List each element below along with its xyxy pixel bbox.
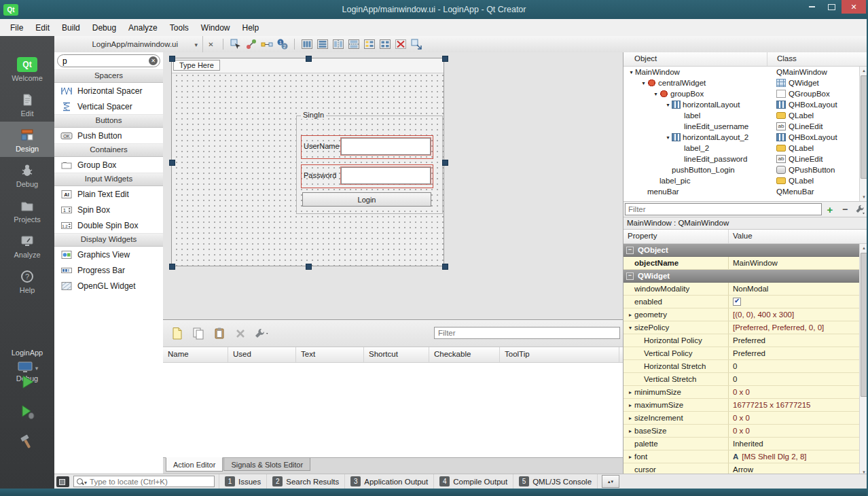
widget-opengl-widget[interactable]: OpenGL Widget: [54, 278, 163, 294]
collapse-section-icon[interactable]: [626, 247, 634, 254]
expand-arrow-icon[interactable]: [626, 415, 634, 421]
widget-plain-text-edit[interactable]: AI Plain Text Edit: [54, 186, 163, 202]
column-tooltip[interactable]: ToolTip: [500, 347, 619, 362]
layout-horizontally-icon[interactable]: [300, 38, 314, 51]
property-row-vertical-stretch[interactable]: Vertical Stretch 0: [623, 373, 868, 386]
property-row-maximumsize[interactable]: maximumSize 16777215 x 16777215: [623, 399, 868, 412]
adjust-size-icon[interactable]: [409, 38, 423, 51]
output-pane-arrows[interactable]: [602, 475, 619, 488]
expand-arrow-icon[interactable]: [626, 312, 634, 318]
collapse-section-icon[interactable]: [626, 272, 634, 280]
close-document-icon[interactable]: [204, 38, 218, 51]
layout-vertically-icon[interactable]: [315, 38, 329, 51]
widget-spin-box[interactable]: 1 Spin Box: [54, 202, 163, 217]
property-row-enabled[interactable]: enabled: [623, 296, 868, 308]
column-text[interactable]: Text: [296, 347, 364, 362]
new-action-icon[interactable]: [168, 325, 186, 342]
expand-arrow-icon[interactable]: [628, 69, 635, 75]
login-button[interactable]: Login: [302, 192, 431, 207]
expand-arrow-icon[interactable]: [664, 135, 672, 141]
object-row-label[interactable]: label QLabel: [623, 110, 868, 121]
category-buttons[interactable]: Buttons: [54, 114, 163, 128]
property-row-sizeincrement[interactable]: sizeIncrement 0 x 0: [623, 412, 868, 425]
widget-group-box[interactable]: Group Box: [54, 157, 163, 173]
menu-debug[interactable]: Debug: [86, 20, 122, 36]
resize-handle-mid-right[interactable]: [442, 160, 448, 166]
mode-welcome[interactable]: Qt Welcome: [0, 51, 54, 86]
layout-form-icon[interactable]: [362, 38, 376, 51]
expand-arrow-icon[interactable]: [626, 428, 634, 434]
category-display-widgets[interactable]: Display Widgets: [54, 233, 163, 247]
property-row-windowmodality[interactable]: windowModality NonModal: [623, 283, 868, 296]
widget-progress-bar[interactable]: Progress Bar: [54, 262, 163, 278]
menu-type-here[interactable]: Type Here: [173, 60, 220, 71]
property-row-minimumsize[interactable]: minimumSize 0 x 0: [623, 386, 868, 399]
property-row-font[interactable]: font [MS Shell Dlg 2, 8]: [623, 450, 868, 463]
object-row-pushbutton-login[interactable]: pushButton_Login QPushButton: [623, 164, 868, 175]
layout-grid-icon[interactable]: [378, 38, 392, 51]
expand-arrow-icon[interactable]: [626, 454, 634, 460]
edit-buddies-icon[interactable]: [259, 38, 274, 51]
column-name[interactable]: Name: [163, 347, 228, 362]
copy-action-icon[interactable]: [189, 325, 207, 342]
property-row-basesize[interactable]: baseSize 0 x 0: [623, 425, 868, 438]
object-row-menubar[interactable]: menuBar QMenuBar: [623, 186, 868, 197]
object-row-horizontallayout[interactable]: horizontalLayout QHBoxLayout: [623, 99, 868, 110]
mode-debug[interactable]: Debug: [0, 157, 54, 192]
object-row-mainwindow[interactable]: MainWindow QMainWindow: [623, 67, 868, 77]
remove-dynamic-property-icon[interactable]: [838, 203, 852, 215]
resize-handle-mid-left[interactable]: [169, 160, 175, 166]
resize-handle-bottom-center[interactable]: [306, 264, 312, 270]
object-row-centralwidget[interactable]: centralWidget QWidget: [623, 77, 868, 88]
widget-push-button[interactable]: OK Push Button: [54, 128, 163, 143]
username-label[interactable]: UserName: [304, 142, 340, 150]
resize-handle-top-left[interactable]: [169, 56, 175, 62]
collapse-arrow-icon[interactable]: [626, 325, 634, 331]
mode-analyze[interactable]: Analyze: [0, 228, 54, 263]
edit-tab-order-icon[interactable]: 12: [275, 38, 289, 51]
debug-run-button[interactable]: [15, 400, 39, 423]
tab-signals-slots-editor[interactable]: Signals & Slots Editor: [223, 458, 310, 471]
column-checkable[interactable]: Checkable: [429, 347, 500, 362]
expand-arrow-icon[interactable]: [652, 91, 659, 97]
maximize-button[interactable]: [822, 0, 842, 14]
property-row-sizepolicy[interactable]: sizePolicy [Preferred, Preferred, 0, 0]: [623, 321, 868, 334]
action-filter-input[interactable]: [434, 327, 620, 339]
close-button[interactable]: [842, 0, 866, 14]
locator[interactable]: [73, 476, 215, 487]
resize-handle-top-right[interactable]: [442, 56, 448, 62]
password-lineedit[interactable]: [341, 167, 431, 184]
password-layout-row[interactable]: Password: [301, 164, 433, 188]
pane-qmljs-console[interactable]: 5 QML/JS Console: [513, 474, 598, 489]
open-document-selector[interactable]: LoginApp/mainwindow.ui: [75, 36, 203, 52]
paste-action-icon[interactable]: [211, 325, 228, 342]
column-property[interactable]: Property: [623, 230, 729, 243]
mode-design[interactable]: Design: [0, 122, 54, 157]
object-row-label-pic[interactable]: label_pic QLabel: [623, 175, 868, 186]
property-row-vertical-policy[interactable]: Vertical Policy Preferred: [623, 347, 868, 360]
object-row-groupbox[interactable]: groupBox QGroupBox: [623, 88, 868, 99]
enabled-checkbox[interactable]: [733, 298, 741, 306]
widget-graphics-view[interactable]: Graphics View: [54, 247, 163, 262]
mode-projects[interactable]: Projects: [0, 192, 54, 228]
column-used[interactable]: Used: [228, 347, 296, 362]
widget-double-spin-box[interactable]: 1.2 Double Spin Box: [54, 217, 163, 233]
object-row-lineedit-username[interactable]: lineEdit_username QLineEdit: [623, 121, 868, 132]
property-group-qwidget[interactable]: QWidget: [623, 270, 868, 283]
menu-tools[interactable]: Tools: [164, 20, 195, 36]
column-class[interactable]: Class: [767, 52, 868, 66]
edit-widgets-icon[interactable]: [228, 38, 242, 51]
mode-help[interactable]: ? Help: [0, 263, 54, 298]
locator-input[interactable]: [88, 477, 211, 486]
resize-handle-bottom-right[interactable]: [442, 264, 448, 270]
toggle-sidebar-button[interactable]: [56, 476, 69, 487]
category-containers[interactable]: Containers: [54, 143, 163, 157]
property-row-objectname[interactable]: objectName MainWindow: [623, 257, 868, 270]
property-row-horizontal-policy[interactable]: Horizontal Policy Preferred: [623, 334, 868, 347]
property-row-geometry[interactable]: geometry [(0, 0), 400 x 300]: [623, 308, 868, 321]
widget-filter-input[interactable]: [57, 54, 160, 67]
layout-horizontal-splitter-icon[interactable]: [331, 38, 345, 51]
widget-vertical-spacer[interactable]: Vertical Spacer: [54, 99, 163, 114]
column-shortcut[interactable]: Shortcut: [364, 347, 429, 362]
property-row-horizontal-stretch[interactable]: Horizontal Stretch 0: [623, 360, 868, 373]
